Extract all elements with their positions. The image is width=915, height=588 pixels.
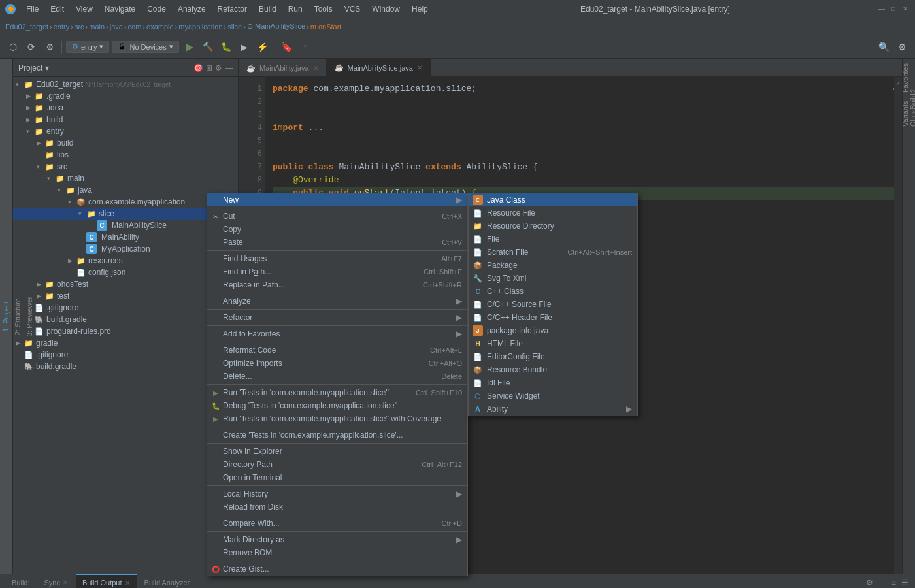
toolbar-settings-icon[interactable]: ⚙ (42, 39, 58, 55)
menu-file[interactable]: File (21, 3, 44, 15)
sub-item-svgtoxml[interactable]: 🔧 Svg To Xml (469, 272, 637, 285)
outer-tab-project[interactable]: 1: Project (0, 59, 12, 574)
toolbar-sync-icon[interactable]: ⟳ (24, 39, 39, 55)
sub-item-cppsource[interactable]: 📄 C/C++ Source File (469, 298, 637, 311)
sub-item-javaclass[interactable]: C Java Class (469, 193, 637, 206)
tree-item-package-root[interactable]: ▾ 📦 com.example.myapplication (13, 196, 238, 208)
sub-item-file[interactable]: 📄 File (469, 233, 637, 246)
sub-item-servicewidget[interactable]: ⬡ Service Widget (469, 389, 637, 402)
tab-mainability[interactable]: ☕ MainAbility.java ✕ (239, 59, 327, 76)
menu-build[interactable]: Build (254, 3, 282, 15)
breadcrumb-com[interactable]: com (128, 23, 142, 31)
ctx-item-coverage-tests[interactable]: ▶ Run 'Tests in 'com.example.myapplicati… (207, 412, 467, 425)
sub-item-cppheader[interactable]: 📄 C/C++ Header File (469, 311, 637, 324)
breadcrumb-entry[interactable]: entry (54, 23, 69, 31)
tree-item-ohostest[interactable]: ▶ 📁 ohosTest (13, 278, 238, 290)
bottom-minimize-icon[interactable]: — (877, 577, 888, 589)
bottom-tab-sync[interactable]: Sync ✕ (38, 574, 75, 589)
tree-item-mainabilityslice[interactable]: C MainAbilitySlice (13, 220, 238, 231)
menu-analyze[interactable]: Analyze (173, 3, 211, 15)
tree-item-myapplication[interactable]: C MyApplication (13, 243, 238, 255)
ctx-item-addtofavorites[interactable]: Add to Favorites ▶ (207, 327, 467, 340)
tree-item-root[interactable]: ▾ 📁 Edu02_target N:\HarmonyOS\Edu02_targ… (13, 78, 238, 90)
bottom-tab-buildanalyzer[interactable]: Build Analyzer (138, 574, 197, 589)
bottom-tab-sync-close[interactable]: ✕ (63, 579, 68, 586)
breadcrumb-slice[interactable]: slice (227, 23, 242, 31)
run-button[interactable]: ▶ (182, 39, 197, 55)
breadcrumb-example[interactable]: example (146, 23, 174, 31)
vcs-button[interactable]: ↑ (297, 39, 313, 55)
ctx-item-paste[interactable]: Paste Ctrl+V (207, 236, 467, 249)
ctx-item-optimizeimports[interactable]: Optimize Imports Ctrl+Alt+O (207, 357, 467, 370)
outer-tab-structure[interactable]: 2: Structure (12, 59, 24, 574)
tab-close-mainabilityslice[interactable]: ✕ (417, 64, 422, 71)
debug-button[interactable]: 🐛 (218, 39, 234, 55)
bottom-settings-icon[interactable]: ⚙ (865, 577, 874, 589)
sub-item-resourcefile[interactable]: 📄 Resource File (469, 206, 637, 220)
menu-edit[interactable]: Edit (45, 3, 69, 15)
tree-item-mainability[interactable]: C MainAbility (13, 231, 238, 243)
bottom-lines-icon[interactable]: ≡ (890, 577, 897, 589)
sub-item-html[interactable]: H HTML File (469, 337, 637, 350)
tree-item-entry-gitignore[interactable]: 📄 .gitignore (13, 302, 238, 314)
breadcrumb-main[interactable]: main (89, 23, 105, 31)
tree-item-root-gitignore[interactable]: 📄 .gitignore (13, 349, 238, 361)
ctx-item-analyze[interactable]: Analyze ▶ (207, 295, 467, 308)
ctx-item-refactor[interactable]: Refactor ▶ (207, 311, 467, 324)
tab-mainabilityslice[interactable]: ☕ MainAbilitySlice.java ✕ (327, 59, 431, 76)
tree-item-root-buildgradle[interactable]: 🐘 build.gradle (13, 361, 238, 372)
sub-item-resourcedir[interactable]: 📁 Resource Directory (469, 220, 637, 233)
ctx-item-copy[interactable]: Copy (207, 223, 467, 236)
ctx-item-cut[interactable]: ✂ Cut Ctrl+X (207, 210, 467, 223)
right-tab-ohosbuild[interactable]: OhosBuild Variants (903, 94, 915, 127)
tree-item-entry-buildgradle[interactable]: 🐘 build.gradle (13, 314, 238, 325)
maximize-button[interactable]: □ (889, 5, 898, 14)
menu-vcs[interactable]: VCS (339, 3, 366, 15)
ctx-item-compare[interactable]: Compare With... Ctrl+D (207, 517, 467, 530)
ctx-item-local-history[interactable]: Local History ▶ (207, 487, 467, 500)
tree-item-java[interactable]: ▾ 📁 java (13, 184, 238, 196)
breadcrumb-myapplication[interactable]: myapplication (178, 23, 222, 31)
tree-item-slice[interactable]: ▾ 📁 slice → (13, 208, 238, 220)
sub-item-scratch[interactable]: 📄 Scratch File Ctrl+Alt+Shift+Insert (469, 246, 637, 259)
sub-item-idlfile[interactable]: 📄 Idl File (469, 376, 637, 389)
sub-item-package[interactable]: 📦 Package (469, 259, 637, 272)
devices-selector[interactable]: 📱 No Devices ▾ (112, 41, 178, 53)
menu-window[interactable]: Window (367, 3, 405, 15)
ctx-item-debug-tests[interactable]: 🐛 Debug 'Tests in 'com.example.myapplica… (207, 399, 467, 412)
tree-item-entry[interactable]: ▾ 📁 entry (13, 125, 238, 137)
tree-item-resources[interactable]: ▶ 📁 resources (13, 255, 238, 267)
tree-item-entry-libs[interactable]: 📁 libs (13, 149, 238, 161)
breadcrumb-class[interactable]: ⊙ MainAbilitySlice (247, 22, 305, 31)
tree-item-gradle[interactable]: ▶ 📁 gradle (13, 337, 238, 349)
ctx-item-directory-path[interactable]: Directory Path Ctrl+Alt+F12 (207, 458, 467, 471)
project-expand-icon[interactable]: ⊞ (206, 63, 212, 73)
tree-item-main[interactable]: ▾ 📁 main (13, 172, 238, 184)
tree-item-entry-build[interactable]: ▶ 📁 build (13, 137, 238, 149)
window-controls[interactable]: — □ ✕ (877, 5, 910, 14)
menu-navigate[interactable]: Navigate (99, 3, 141, 15)
bottom-tab-buildoutput[interactable]: Build Output ✕ (76, 574, 137, 589)
bottom-tab-build[interactable]: Build: (5, 574, 37, 589)
ctx-item-create-gist[interactable]: ⭕ Create Gist... (207, 563, 467, 576)
tree-item-build-root[interactable]: ▶ 📁 build (13, 114, 238, 125)
tree-item-idea[interactable]: ▶ 📁 .idea (13, 102, 238, 114)
breadcrumb-src[interactable]: src (75, 23, 84, 31)
tree-item-test[interactable]: ▶ 📁 test (13, 290, 238, 302)
outer-tab-previewer[interactable]: 3: Previewer (24, 59, 35, 574)
ctx-item-findusages[interactable]: Find Usages Alt+F7 (207, 252, 467, 265)
tree-item-gradle-dot[interactable]: ▶ 📁 .gradle (13, 90, 238, 102)
breadcrumb-project[interactable]: Edu02_target (5, 23, 48, 31)
search-everywhere-button[interactable]: 🔍 (876, 39, 891, 55)
ctx-item-findinpath[interactable]: Find in Path... Ctrl+Shift+F (207, 265, 467, 278)
ctx-item-mark-dir[interactable]: Mark Directory as ▶ (207, 533, 467, 546)
project-minimize-icon[interactable]: — (225, 63, 233, 73)
bottom-list-icon[interactable]: ☰ (900, 577, 910, 589)
sub-item-cppclass[interactable]: C C++ Class (469, 285, 637, 298)
settings-button[interactable]: ⚙ (894, 39, 910, 55)
run-config-selector[interactable]: ⚙ entry ▾ (66, 41, 109, 53)
tab-close-mainability[interactable]: ✕ (313, 65, 318, 72)
sub-item-resourcebundle[interactable]: 📦 Resource Bundle (469, 363, 637, 376)
minimize-button[interactable]: — (877, 5, 886, 14)
project-locate-icon[interactable]: 🎯 (193, 63, 203, 73)
